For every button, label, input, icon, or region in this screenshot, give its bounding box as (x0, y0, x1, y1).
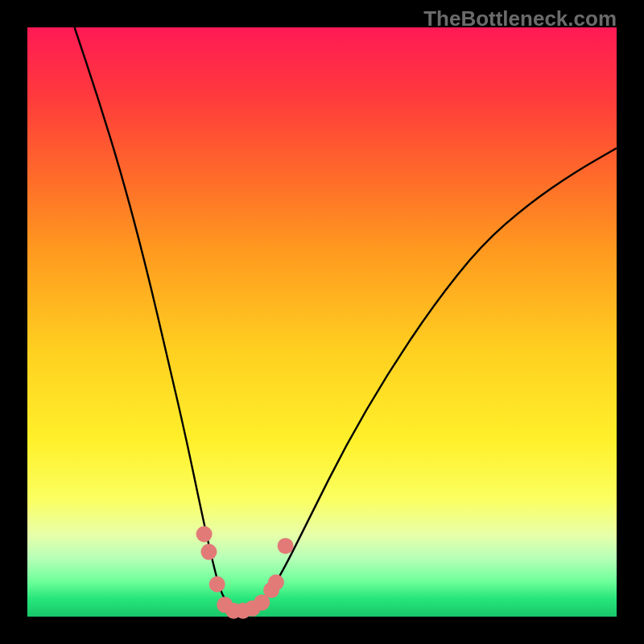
chart-frame: TheBottleneck.com (0, 0, 644, 644)
watermark-text: TheBottleneck.com (423, 6, 617, 31)
plot-area (27, 27, 617, 617)
